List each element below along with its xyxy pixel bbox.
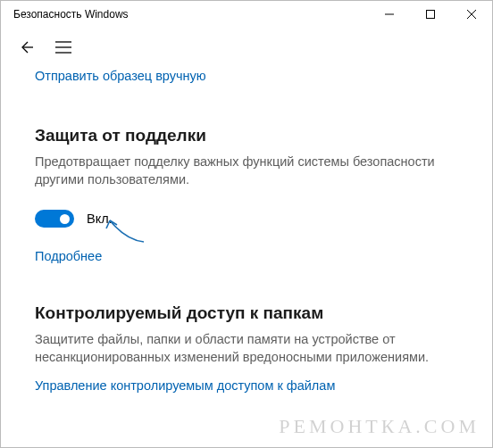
hamburger-icon: [55, 41, 71, 54]
watermark: РЕМОНТКА.COM: [279, 415, 480, 438]
tamper-protection-desc: Предотвращает подделку важных функций си…: [35, 153, 455, 188]
tamper-toggle[interactable]: [35, 210, 74, 228]
maximize-button[interactable]: [410, 1, 451, 28]
close-button[interactable]: [451, 1, 492, 28]
back-arrow-icon: [18, 39, 34, 55]
menu-button[interactable]: [54, 38, 72, 56]
send-sample-link[interactable]: Отправить образец вручную: [35, 69, 458, 83]
tamper-toggle-row: Вкл.: [35, 210, 458, 228]
maximize-icon: [426, 10, 435, 19]
nav-row: [1, 28, 492, 67]
svg-rect-1: [427, 11, 435, 19]
minimize-icon: [385, 10, 394, 19]
window-controls: [369, 1, 492, 28]
content-area: Отправить образец вручную Защита от подд…: [1, 69, 492, 394]
toggle-knob: [60, 214, 70, 224]
manage-cfa-link[interactable]: Управление контролируемым доступом к фай…: [35, 378, 335, 393]
minimize-button[interactable]: [369, 1, 410, 28]
close-icon: [467, 10, 476, 19]
tamper-toggle-label: Вкл.: [87, 212, 113, 226]
learn-more-link[interactable]: Подробнее: [35, 249, 102, 263]
tamper-protection-title: Защита от подделки: [35, 126, 458, 145]
cfa-title: Контролируемый доступ к папкам: [35, 303, 458, 323]
back-button[interactable]: [17, 38, 35, 56]
cfa-desc: Защитите файлы, папки и области памяти н…: [35, 331, 455, 366]
window-title: Безопасность Windows: [13, 8, 129, 21]
